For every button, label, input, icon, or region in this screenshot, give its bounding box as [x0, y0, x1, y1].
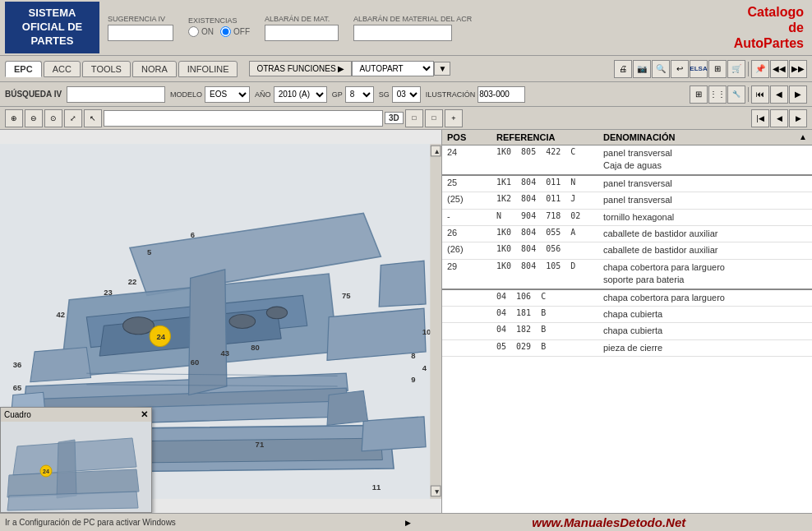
cart-icon-btn[interactable]: 🛒: [727, 60, 745, 78]
back-icon-btn[interactable]: ◀◀: [770, 60, 788, 78]
svg-point-2: [229, 315, 256, 329]
thumbnail-close-btn[interactable]: ✕: [141, 409, 148, 420]
cell-ref: 04 182 B: [496, 325, 603, 334]
ilustracion-label: ILUSTRACIÓN: [426, 90, 476, 99]
table-row[interactable]: 24 1K0 805 422 C panel transversalCaja d…: [442, 145, 812, 176]
ano-group: AÑO 2010 (A): [255, 86, 327, 103]
table-row[interactable]: (25) 1K2 804 011 J panel transversal: [442, 192, 812, 209]
cell-pos: 24: [447, 147, 496, 157]
nav-next-btn2[interactable]: ▶: [789, 109, 807, 127]
on-label: ON: [201, 27, 214, 36]
toolbar-separator-2: [748, 87, 749, 102]
autopart-dropdown-arrow[interactable]: ▼: [434, 62, 450, 76]
cell-den: pieza de cierre: [603, 342, 807, 354]
tab-nora[interactable]: NORA: [132, 61, 177, 77]
logo-line1: SISTEMA: [29, 7, 76, 19]
grid2-icon-btn[interactable]: ⊞: [690, 85, 708, 104]
nav-prev-btn[interactable]: ◀: [770, 109, 788, 127]
albaran-input[interactable]: [265, 25, 339, 41]
table-row[interactable]: - N 904 718 02 tornillo hexagonal: [442, 210, 812, 226]
cell-ref: 1K2 804 011 J: [496, 194, 603, 203]
on-radio-label[interactable]: ON: [188, 26, 214, 37]
table-scroll-top[interactable]: ▲: [799, 132, 807, 142]
svg-text:8: 8: [411, 351, 415, 360]
tab-infoline[interactable]: INFOLINE: [178, 61, 238, 77]
table-row[interactable]: (26) 1K0 804 056 caballete de bastidor a…: [442, 242, 812, 259]
table-row[interactable]: 05 029 B pieza de cierre: [442, 340, 812, 357]
header-fields: SUGERENCIA IV EXISTENCIAS ON OFF ALBARÁN…: [99, 15, 734, 41]
prev-prev-btn[interactable]: ⏮: [751, 85, 769, 104]
table-row[interactable]: 26 1K0 804 055 A caballete de bastidor a…: [442, 226, 812, 242]
zoom-in-btn[interactable]: ⊕: [5, 109, 23, 127]
forward-icon-btn[interactable]: ▶▶: [789, 60, 807, 78]
ano-select[interactable]: 2010 (A): [274, 86, 327, 103]
ilustracion-group: ILUSTRACIÓN: [426, 86, 526, 103]
grid-icon-btn[interactable]: ⊞: [708, 60, 727, 78]
tab-acc[interactable]: ACC: [44, 61, 81, 77]
cursor-btn[interactable]: ↖: [84, 109, 102, 127]
zoom-out-btn[interactable]: ⊖: [25, 109, 43, 127]
gp-select[interactable]: 8: [345, 86, 374, 103]
elsa-icon-btn[interactable]: ELSA: [690, 60, 708, 78]
svg-text:60: 60: [191, 358, 200, 367]
otras-funciones-button[interactable]: OTRAS FUNCIONES ▶: [249, 61, 352, 76]
table-row[interactable]: 04 182 B chapa cubierta: [442, 323, 812, 339]
svg-text:80: 80: [251, 343, 260, 352]
off-radio[interactable]: [220, 26, 231, 37]
off-radio-label[interactable]: OFF: [220, 26, 250, 37]
on-radio[interactable]: [188, 26, 199, 37]
table-row[interactable]: 04 181 B chapa cubierta: [442, 307, 812, 323]
pin-icon-btn[interactable]: 📌: [751, 60, 769, 78]
svg-text:▼: ▼: [434, 487, 441, 496]
catalog-line2: de: [788, 21, 804, 35]
albaran-acr-input[interactable]: [353, 25, 452, 41]
refresh-icon-btn[interactable]: ↩: [671, 60, 689, 78]
table-row[interactable]: 04 106 C chapa cobertora para larguero: [442, 290, 812, 307]
status-arrow: ▶: [405, 519, 411, 527]
sugerencia-input[interactable]: [108, 25, 173, 41]
svg-text:71: 71: [256, 440, 265, 449]
zoom-reset-btn[interactable]: ⊙: [44, 109, 62, 127]
sg-select[interactable]: 03: [392, 86, 421, 103]
svg-text:6: 6: [191, 230, 195, 239]
nav-first-btn[interactable]: |◀: [751, 109, 769, 127]
albaran-acr-field: ALBARÁN DE MATERIAL DEL ACR: [353, 15, 472, 41]
cell-den: panel transversal: [603, 194, 807, 206]
cell-den: chapa cubierta: [603, 308, 807, 321]
sugerencia-label: SUGERENCIA IV: [108, 15, 173, 23]
col-den-header: DENOMINACIÓN: [603, 132, 799, 142]
ilustracion-input[interactable]: [478, 86, 525, 103]
tab-epc[interactable]: EPC: [5, 61, 42, 77]
camera-icon-btn[interactable]: 📷: [633, 60, 651, 78]
next-btn[interactable]: ▶: [789, 85, 807, 104]
bike-icon-btn[interactable]: 🔧: [727, 85, 745, 104]
autopart-select[interactable]: AUTOPART: [352, 61, 434, 76]
search-icon-btn[interactable]: 🔍: [652, 60, 670, 78]
3d-toggle-btn[interactable]: □: [405, 109, 423, 127]
diagram-area[interactable]: 36 65 23 22 6 5 42 75 56 45 60 43 80 10 …: [0, 130, 442, 513]
table-row[interactable]: 29 1K0 804 105 D chapa cobertora para la…: [442, 260, 812, 290]
dots-icon-btn[interactable]: ⋮⋮: [708, 85, 727, 104]
table-row[interactable]: 25 1K1 804 011 N panel transversal: [442, 176, 812, 192]
diagram-search-input[interactable]: [104, 110, 383, 127]
print-icon-btn[interactable]: 🖨: [614, 60, 632, 78]
svg-text:43: 43: [220, 349, 229, 358]
busqueda-label: BÚSQUEDA IV: [5, 90, 62, 99]
zoom-fit-btn[interactable]: ⤢: [64, 109, 82, 127]
table-body[interactable]: 24 1K0 805 422 C panel transversalCaja d…: [442, 145, 812, 513]
parts-table-area: POS REFERENCIA DENOMINACIÓN ▲ 24 1K0 805…: [442, 130, 812, 513]
cell-den: caballete de bastidor auxiliar: [603, 228, 807, 240]
toolbar-separator-1: [748, 62, 749, 76]
off-label: OFF: [233, 27, 250, 36]
sugerencia-field: SUGERENCIA IV: [108, 15, 173, 41]
svg-point-3: [266, 307, 287, 319]
add-btn[interactable]: +: [445, 109, 463, 127]
logo-line3: PARTES: [31, 35, 74, 47]
logo: SISTEMA OFICIAL DE PARTES: [5, 2, 99, 53]
modelo-select[interactable]: EOS: [205, 86, 250, 103]
toolbar-row2: ⊕ ⊖ ⊙ ⤢ ↖ 3D □ □ + |◀ ◀ ▶: [0, 107, 812, 130]
3d-view-btn[interactable]: □: [425, 109, 443, 127]
busqueda-input[interactable]: [67, 86, 165, 103]
prev-btn[interactable]: ◀: [770, 85, 788, 104]
tab-tools[interactable]: TOOLS: [82, 61, 131, 77]
